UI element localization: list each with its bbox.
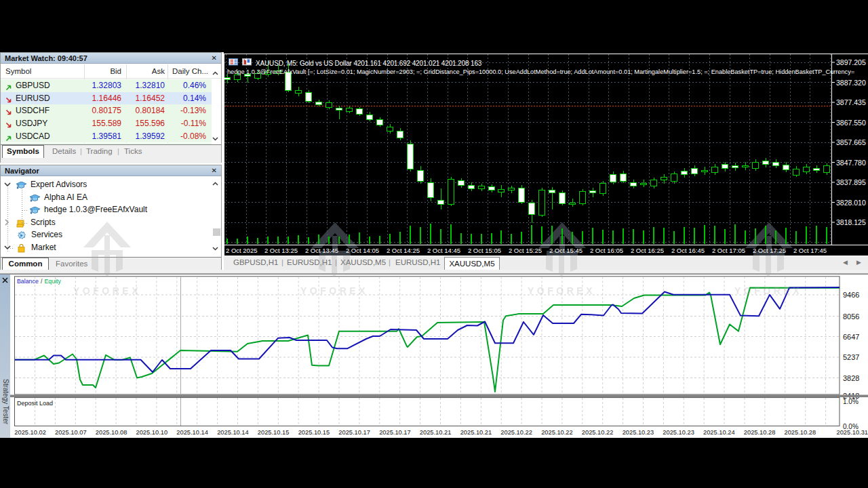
svg-text:3847.780: 3847.780 [836,159,866,167]
svg-text:2025.10.31: 2025.10.31 [836,429,868,436]
svg-text:2 Oct 15:05: 2 Oct 15:05 [468,247,501,254]
svg-text:2025.10.10: 2025.10.10 [136,429,168,436]
svg-text:3887.320: 3887.320 [836,79,866,87]
svg-text:3837.895: 3837.895 [836,178,866,186]
svg-text:2 Oct 14:45: 2 Oct 14:45 [427,247,460,254]
svg-text:2025.10.28: 2025.10.28 [785,429,816,436]
svg-text:2 Oct 14:25: 2 Oct 14:25 [387,247,420,254]
svg-text:Equity: Equity [45,278,62,285]
svg-text:3828.010: 3828.010 [836,199,866,207]
svg-text:2025.10.14: 2025.10.14 [217,429,249,436]
svg-text:3867.550: 3867.550 [836,119,866,127]
svg-text:8056: 8056 [843,312,859,321]
svg-text:2 Oct 16:05: 2 Oct 16:05 [590,247,623,254]
svg-text:2 Oct 2025: 2 Oct 2025 [226,247,257,254]
svg-text:XAUUSD, M5: Gold vs US Dollar: XAUUSD, M5: Gold vs US Dollar 4201.161 4… [256,60,482,67]
svg-text:2 Oct 17:25: 2 Oct 17:25 [753,247,786,254]
svg-text:2025.10.07: 2025.10.07 [55,429,87,436]
svg-text:2025.10.15: 2025.10.15 [298,429,330,436]
svg-text:Balance: Balance [17,278,39,285]
svg-text:2025.10.22: 2025.10.22 [541,429,573,436]
svg-text:2 Oct 14:05: 2 Oct 14:05 [346,247,379,254]
svg-text:2 Oct 15:25: 2 Oct 15:25 [509,247,542,254]
svg-text:2025.10.17: 2025.10.17 [338,429,370,436]
svg-text:2025.10.22: 2025.10.22 [500,429,532,436]
svg-text:Deposit Load: Deposit Load [17,400,53,407]
svg-text:6647: 6647 [843,333,859,341]
svg-text:3877.435: 3877.435 [836,98,866,106]
svg-text:2 Oct 13:45: 2 Oct 13:45 [305,247,338,254]
svg-text:2025.10.02: 2025.10.02 [14,429,46,436]
svg-text:2025.10.15: 2025.10.15 [258,429,290,436]
svg-text:3818.125: 3818.125 [836,218,866,226]
svg-text:1.0%: 1.0% [843,398,859,405]
svg-text:3857.665: 3857.665 [836,138,866,146]
svg-text:2 Oct 17:45: 2 Oct 17:45 [793,247,827,254]
svg-text:2 Oct 13:25: 2 Oct 13:25 [264,247,298,254]
svg-text:9466: 9466 [843,291,859,299]
svg-text:2025.10.23: 2025.10.23 [623,429,654,436]
svg-text:2025.10.21: 2025.10.21 [460,429,492,436]
svg-text:2025.10.17: 2025.10.17 [379,429,411,436]
svg-text:2025.10.24: 2025.10.24 [703,429,735,436]
svg-text:3828: 3828 [843,374,859,382]
svg-text:2 Oct 16:25: 2 Oct 16:25 [631,247,664,254]
svg-text:5237: 5237 [843,353,859,361]
svg-text:2025.10.22: 2025.10.22 [582,429,614,436]
svg-text:2 Oct 16:45: 2 Oct 16:45 [671,247,705,254]
svg-text:hedge 1.0.3@FreeEAfxVault [=;: hedge 1.0.3@FreeEAfxVault [=; LotSize=0.… [227,68,854,75]
svg-text:2 Oct 15:45: 2 Oct 15:45 [549,247,583,254]
svg-text:2025.10.08: 2025.10.08 [96,429,127,436]
svg-text:2025.10.21: 2025.10.21 [420,429,452,436]
svg-text:2025.10.14: 2025.10.14 [176,429,208,436]
svg-text:3897.205: 3897.205 [836,58,866,66]
svg-text:2025.10.28: 2025.10.28 [744,429,776,436]
svg-text:2 Oct 17:05: 2 Oct 17:05 [712,247,745,254]
svg-text:2025.10.23: 2025.10.23 [663,429,694,436]
